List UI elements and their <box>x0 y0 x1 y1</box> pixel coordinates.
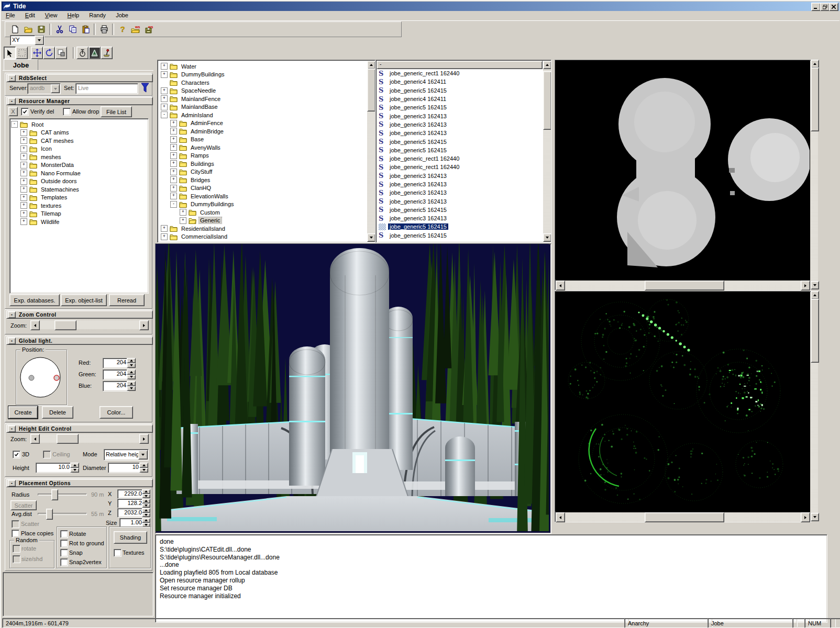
tree-item[interactable]: -DummyBuildings <box>160 200 367 209</box>
tree-item[interactable]: +CAT anims <box>10 129 148 137</box>
menu-view[interactable]: View <box>41 11 62 19</box>
red-spinner[interactable] <box>127 358 136 368</box>
z-field[interactable]: 2032.0 <box>117 508 145 518</box>
scroll-left-icon[interactable] <box>556 512 565 522</box>
scroll-thumb[interactable] <box>54 320 76 330</box>
resize-grip[interactable] <box>830 618 840 628</box>
tree-item[interactable]: +Buildings <box>160 160 367 168</box>
height-zoom-scrollbar[interactable] <box>30 434 149 443</box>
tree-item[interactable]: +AdminBridge <box>160 127 367 136</box>
expand-toggle-icon[interactable]: + <box>20 170 27 176</box>
collapse-icon[interactable]: - <box>8 98 16 105</box>
tree-item[interactable]: +MonsterData <box>10 161 148 170</box>
tree-item[interactable]: +Statemachines <box>10 185 148 194</box>
tree-item[interactable]: -Root <box>10 120 148 129</box>
scroll-left-icon[interactable] <box>30 434 40 444</box>
place-copies-checkbox[interactable] <box>12 530 19 537</box>
tab-jobe[interactable]: Jobe <box>4 59 38 71</box>
green-field[interactable]: 204 <box>103 369 129 380</box>
height-edit-header[interactable]: - Height Edit Control <box>6 424 153 433</box>
minimize-button[interactable] <box>811 3 821 11</box>
placement-header[interactable]: - Placement Options <box>6 479 153 487</box>
resource-tree[interactable]: -Root+CAT anims+CAT meshes+Icon+meshes+M… <box>9 118 149 294</box>
snap2vertex-checkbox[interactable] <box>60 558 68 566</box>
tree-item[interactable]: +ResidentialIsland <box>160 225 367 233</box>
tree-item[interactable]: +MainlandFence <box>160 95 367 103</box>
tree-item[interactable]: +MainlandBase <box>160 103 367 111</box>
expand-toggle-icon[interactable]: + <box>170 136 177 143</box>
blue-spinner[interactable] <box>127 381 136 391</box>
scroll-down-icon[interactable] <box>367 233 375 242</box>
height-spinner[interactable] <box>70 463 79 473</box>
server-combo[interactable]: aordb <box>27 83 61 94</box>
tree-item[interactable]: +AdminFence <box>160 119 367 128</box>
rot-to-ground-checkbox[interactable] <box>60 540 68 547</box>
height-field[interactable]: 10.0 <box>36 463 72 473</box>
set-field[interactable]: Live <box>75 83 138 94</box>
object-list-item[interactable]: Sjobe_generic5 162415 <box>377 146 543 154</box>
filter-icon[interactable] <box>140 82 150 94</box>
mode-combo[interactable]: Relative heigh <box>104 449 149 461</box>
x-field[interactable]: 2292.0 <box>117 489 145 499</box>
green-map-panel[interactable] <box>555 291 811 522</box>
ws-open-icon[interactable]: ws <box>129 23 142 36</box>
expand-toggle-icon[interactable]: + <box>161 71 168 78</box>
scroll-thumb[interactable] <box>645 281 724 290</box>
green-map-hscrollbar[interactable] <box>556 512 810 521</box>
close-icon[interactable] <box>829 3 838 11</box>
object-list-item[interactable]: Sjobe_generic3 162413 <box>377 188 543 197</box>
x-spinner[interactable] <box>142 489 150 498</box>
expand-toggle-icon[interactable]: + <box>20 137 27 144</box>
object-list-item[interactable]: Sjobe_generic5 162415 <box>377 86 543 95</box>
color-button[interactable]: Color... <box>100 406 133 419</box>
scale-tool[interactable] <box>55 47 67 59</box>
object-list-item[interactable]: Sjobe_generic3 162413 <box>377 214 543 222</box>
close-resource-button[interactable]: X <box>8 107 18 116</box>
heightmap-hscrollbar[interactable] <box>556 281 810 289</box>
snap-checkbox[interactable] <box>60 549 68 557</box>
y-spinner[interactable] <box>142 499 150 508</box>
scroll-left-icon[interactable] <box>556 281 565 290</box>
scroll-thumb[interactable] <box>645 512 724 522</box>
log-panel[interactable]: doneS:\tide\plugins\CATEdit.dll...doneS:… <box>155 534 827 623</box>
global-light-header[interactable]: - Global light. <box>6 337 153 345</box>
object-list-item[interactable]: Sjobe_generic_rect1 162440 <box>377 163 543 171</box>
tree-item[interactable]: +meshes <box>10 153 148 161</box>
viewport-3d[interactable] <box>155 243 551 534</box>
scroll-down-icon[interactable] <box>543 233 551 242</box>
tree-item[interactable]: +Ramps <box>160 152 367 160</box>
tree-item[interactable]: +Wildlife <box>10 218 148 226</box>
expand-toggle-icon[interactable]: + <box>170 193 177 199</box>
save-icon[interactable] <box>35 23 48 36</box>
chevron-down-icon[interactable] <box>138 450 148 459</box>
blue-field[interactable]: 204 <box>103 381 129 391</box>
object-list-item[interactable]: Sjobe_generic4 162411 <box>377 77 543 86</box>
rotate-tool[interactable] <box>43 47 55 59</box>
expand-toggle-icon[interactable]: + <box>161 87 168 94</box>
wheel-tool[interactable] <box>76 47 89 59</box>
object-list-item[interactable]: Sjobe_generic5 162415 <box>377 222 543 231</box>
diameter-field[interactable]: 10 <box>108 463 141 473</box>
restore-button[interactable] <box>820 3 830 11</box>
radius-slider[interactable] <box>38 489 87 500</box>
scroll-thumb[interactable] <box>811 68 819 131</box>
file-list-button[interactable]: File List <box>101 106 132 117</box>
zoom-scrollbar[interactable] <box>30 320 149 329</box>
collapse-toggle-icon[interactable]: - <box>170 201 177 208</box>
joystick-tool[interactable] <box>101 47 113 59</box>
expand-toggle-icon[interactable]: + <box>161 225 168 232</box>
scroll-up-icon[interactable] <box>811 60 819 68</box>
scroll-right-icon[interactable] <box>801 281 810 290</box>
menu-jobe[interactable]: Jobe <box>112 11 132 19</box>
rotate-checkbox[interactable] <box>60 530 68 538</box>
heightmap-vscrollbar[interactable] <box>811 60 818 289</box>
object-list-body[interactable]: Sjobe_generic_rect1 162440Sjobe_generic4… <box>377 69 543 242</box>
scroll-thumb[interactable] <box>367 69 375 111</box>
expand-toggle-icon[interactable]: + <box>20 129 27 136</box>
tree-item[interactable]: -AdminIsland <box>160 111 367 119</box>
collapse-icon[interactable]: - <box>8 338 16 344</box>
light-position-dial[interactable] <box>16 350 65 402</box>
object-list-item[interactable]: Sjobe_generic4 162411 <box>377 95 543 103</box>
allow-drop-checkbox[interactable] <box>63 108 71 116</box>
menu-edit[interactable]: Edit <box>21 11 39 19</box>
